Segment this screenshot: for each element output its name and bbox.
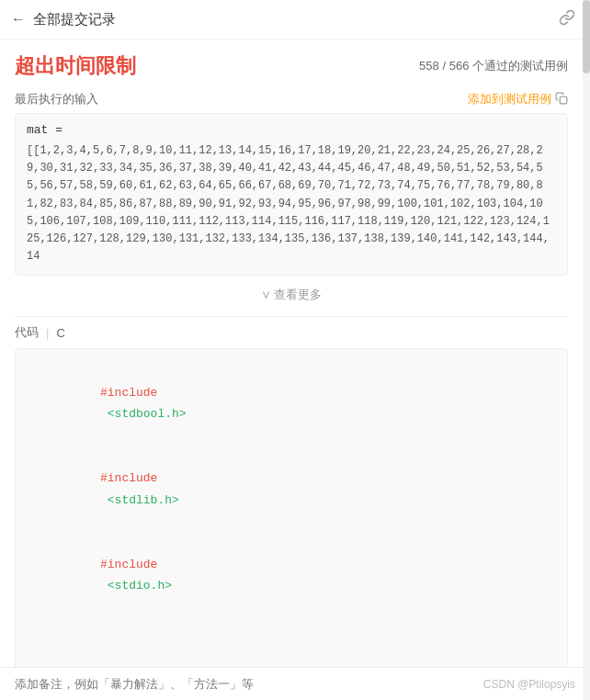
stats-passed: 558 — [419, 59, 439, 73]
header-left: ← 全部提交记录 — [11, 11, 116, 28]
section-divider — [15, 316, 568, 317]
header: ← 全部提交记录 — [0, 0, 590, 40]
code-line-3: #include <stdio.h> — [28, 532, 554, 618]
input-code-block: mat = [[1,2,3,4,5,6,7,8,9,10,11,12,13,14… — [15, 113, 568, 276]
svg-rect-0 — [560, 96, 567, 104]
last-input-label: 最后执行的输入 — [15, 91, 98, 107]
copy-icon — [555, 92, 568, 107]
last-input-section: 最后执行的输入 添加到测试用例 mat = [[1,2,3,4,5,6,7,8,… — [15, 91, 568, 309]
problem-title: 超出时间限制 — [15, 52, 136, 80]
include-keyword-3: #include — [100, 558, 157, 571]
add-test-button[interactable]: 添加到测试用例 — [468, 91, 568, 107]
include-keyword-1: #include — [100, 386, 157, 400]
test-stats: 558 / 566 个通过的测试用例 — [419, 58, 568, 74]
page-container: ← 全部提交记录 超出时间限制 558 / 566 个通过的测试用例 最后执行的 — [0, 0, 590, 700]
stats-slash: / — [442, 59, 448, 73]
code-line-1: #include <stdbool.h> — [28, 360, 554, 446]
last-input-header: 最后执行的输入 添加到测试用例 — [15, 91, 568, 107]
main-content: 超出时间限制 558 / 566 个通过的测试用例 最后执行的输入 添加到测试用… — [0, 40, 590, 667]
scrollbar-thumb[interactable] — [583, 0, 590, 73]
code-line-4: #define MAX(a,b) ((a) > (b) ? (a) : (b)) — [28, 639, 554, 667]
see-more-input[interactable]: ∨ 查看更多 — [15, 281, 568, 309]
code-lang: C — [56, 326, 64, 340]
code-line-blank1 — [28, 618, 554, 639]
note-input[interactable] — [15, 677, 483, 691]
code-line-2: #include <stdlib.h> — [28, 446, 554, 533]
code-section: 代码 | C #include <stdbool.h> #include <st… — [15, 324, 568, 667]
include-keyword-2: #include — [100, 471, 157, 485]
code-section-header: 代码 | C — [15, 324, 568, 341]
bottom-bar: CSDN @Ptilopsyis — [0, 667, 590, 700]
code-label: 代码 — [15, 324, 39, 341]
header-title: 全部提交记录 — [33, 11, 116, 28]
source-code-block: #include <stdbool.h> #include <stdlib.h>… — [15, 348, 568, 667]
title-section: 超出时间限制 558 / 566 个通过的测试用例 — [15, 40, 568, 87]
include-path-1: <stdbool.h> — [100, 407, 187, 421]
include-path-2: <stdlib.h> — [100, 493, 179, 507]
scrollbar-track[interactable] — [583, 0, 590, 700]
add-test-label: 添加到测试用例 — [468, 91, 551, 107]
watermark: CSDN @Ptilopsyis — [483, 678, 575, 691]
matrix-content: [[1,2,3,4,5,6,7,8,9,10,11,12,13,14,15,16… — [27, 142, 556, 265]
link-icon[interactable] — [559, 9, 575, 29]
stats-suffix: 个通过的测试用例 — [472, 59, 568, 73]
back-button[interactable]: ← — [11, 11, 26, 28]
include-path-3: <stdio.h> — [100, 579, 172, 593]
stats-total: 566 — [449, 59, 470, 73]
var-label: mat = — [27, 123, 556, 137]
code-lang-divider: | — [46, 326, 49, 340]
